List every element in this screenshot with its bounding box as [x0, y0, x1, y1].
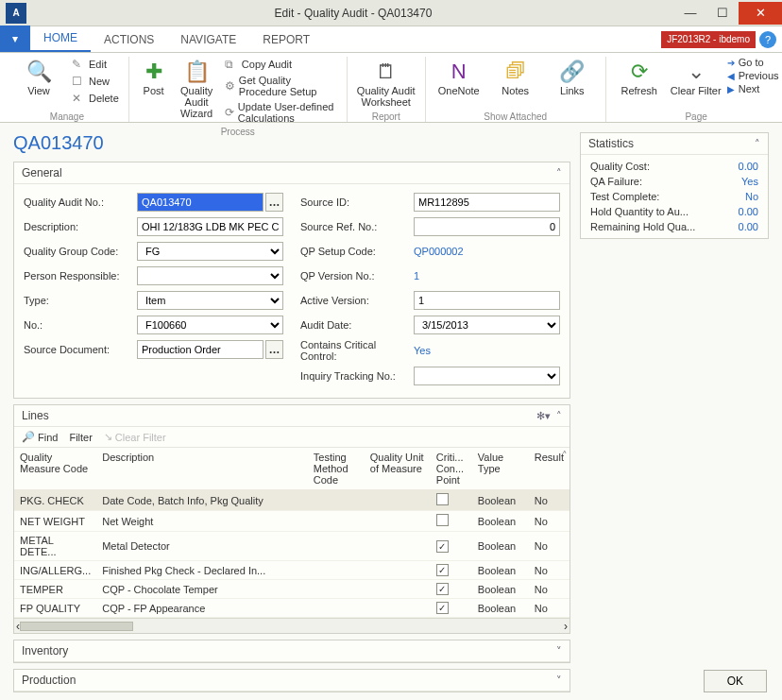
ribbon-group-report: 🗒 Quality Audit Worksheet Report	[348, 57, 426, 122]
srcid-input[interactable]	[414, 193, 560, 212]
tab-navigate[interactable]: NAVIGATE	[167, 27, 249, 52]
table-row[interactable]: ING/ALLERG...Finished Pkg Check - Declar…	[14, 561, 570, 580]
tab-actions[interactable]: ACTIONS	[91, 27, 167, 52]
panel-inventory[interactable]: Inventory˅	[13, 640, 570, 663]
quality-audit-wizard-button[interactable]: 📋 Quality Audit Wizard	[176, 57, 216, 119]
post-button[interactable]: ✚ Post	[137, 57, 171, 96]
stat-value[interactable]: 0.00	[739, 221, 758, 232]
scroll-up-icon[interactable]: ˄	[562, 450, 568, 462]
minimize-button[interactable]: —	[674, 2, 706, 25]
qpsetup-link[interactable]: QP000002	[414, 246, 464, 257]
stat-value[interactable]: No	[745, 191, 758, 202]
scroll-thumb[interactable]	[20, 622, 133, 631]
desc-input[interactable]	[137, 217, 283, 236]
cell-qum	[365, 580, 431, 599]
stat-value[interactable]: Yes	[741, 176, 758, 187]
stat-value[interactable]: 0.00	[739, 206, 758, 217]
links-button[interactable]: 🔗Links	[547, 57, 598, 96]
new-button[interactable]: ☐New	[70, 74, 121, 89]
expand-production-button[interactable]: ˅	[556, 674, 562, 687]
expand-inventory-button[interactable]: ˅	[556, 645, 562, 657]
srcref-input[interactable]	[414, 217, 560, 236]
maximize-button[interactable]: ☐	[706, 2, 739, 25]
cell-ccp[interactable]: ✓	[431, 580, 472, 599]
table-row[interactable]: METAL DETE...Metal Detector✓BooleanNo	[14, 532, 570, 561]
update-calc-button[interactable]: ⟳Update User-defined Calculations	[223, 100, 339, 125]
table-row[interactable]: NET WEIGHTNet WeightBooleanNo	[14, 511, 570, 532]
file-menu[interactable]: ▾	[0, 26, 30, 52]
panel-lines: Lines ✻▾ ˄ 🔎Find Filter ↘Clear Filter ˄ …	[13, 404, 570, 634]
close-button[interactable]: ✕	[739, 2, 782, 25]
wizard-icon: 📋	[184, 59, 210, 85]
cell-ccp[interactable]: ✓	[431, 599, 472, 618]
inventory-header: Inventory	[22, 644, 551, 657]
next-button[interactable]: ▶Next	[727, 83, 779, 94]
edit-button[interactable]: ✎Edit	[70, 57, 121, 72]
find-label: Find	[38, 432, 58, 443]
col-vtype[interactable]: Value Type	[472, 448, 529, 490]
cell-ccp[interactable]: ✓	[431, 532, 472, 561]
cell-result: No	[529, 561, 570, 580]
col-desc[interactable]: Description	[96, 448, 308, 490]
checkbox[interactable]: ✓	[436, 602, 449, 614]
table-row[interactable]: PKG. CHECKDate Code, Batch Info, Pkg Qua…	[14, 490, 570, 511]
collapse-lines-button[interactable]: ˄	[556, 410, 562, 422]
copy-label: Copy Audit	[242, 59, 292, 70]
active-input[interactable]	[414, 291, 560, 310]
type-select[interactable]: Item	[137, 291, 283, 310]
col-qmc[interactable]: Quality Measure Code	[14, 448, 96, 490]
checkbox[interactable]	[436, 493, 449, 505]
previous-button[interactable]: ◀Previous	[727, 70, 779, 81]
adate-select[interactable]: 3/15/2013	[414, 316, 560, 334]
table-row[interactable]: TEMPERCQP - Chocolate Temper✓BooleanNo	[14, 580, 570, 599]
col-tmc[interactable]: Testing Method Code	[308, 448, 365, 490]
cell-ccp[interactable]	[431, 490, 472, 511]
cell-ccp[interactable]: ✓	[431, 561, 472, 580]
panel-production[interactable]: Production˅	[13, 669, 570, 692]
triangle-right-icon: ▶	[727, 84, 735, 94]
view-button[interactable]: 🔍 View	[13, 57, 64, 96]
table-row[interactable]: FP QUALITYCQP - FP Appearance✓BooleanNo	[14, 599, 570, 618]
qgc-select[interactable]: FG	[137, 242, 283, 261]
tab-home[interactable]: HOME	[30, 26, 91, 52]
checkbox[interactable]: ✓	[436, 540, 449, 553]
get-qp-button[interactable]: ⚙Get Quality Procedure Setup	[223, 74, 339, 98]
filter-button[interactable]: Filter	[69, 432, 92, 443]
notes-button[interactable]: 🗊Notes	[490, 57, 541, 96]
cell-ccp[interactable]	[431, 511, 472, 532]
ok-button[interactable]: OK	[704, 670, 767, 692]
qa-no-lookup[interactable]: …	[265, 193, 283, 212]
help-button[interactable]: ?	[759, 31, 776, 48]
lines-table[interactable]: Quality Measure Code Description Testing…	[14, 448, 570, 618]
checkbox[interactable]	[436, 514, 449, 526]
copy-audit-button[interactable]: ⧉Copy Audit	[223, 57, 339, 72]
no-select[interactable]: F100660	[137, 316, 283, 334]
find-button[interactable]: 🔎Find	[22, 431, 58, 443]
srcdoc-input[interactable]	[137, 340, 264, 359]
col-qum[interactable]: Quality Unit of Measure	[365, 448, 431, 490]
col-ccp[interactable]: Criti... Con... Point	[431, 448, 472, 490]
horizontal-scrollbar[interactable]: ‹ ›	[14, 618, 570, 633]
collapse-stats-button[interactable]: ˄	[755, 138, 760, 150]
quality-audit-worksheet-button[interactable]: 🗒 Quality Audit Worksheet	[355, 57, 417, 108]
clear-filter-button[interactable]: ⌄Clear Filter	[671, 57, 722, 96]
checkbox[interactable]: ✓	[436, 583, 449, 595]
scroll-right-icon[interactable]: ›	[564, 620, 568, 633]
clear-filter-button-lines[interactable]: ↘Clear Filter	[104, 431, 166, 443]
person-select[interactable]	[137, 266, 283, 285]
lines-actions-button[interactable]: ✻▾	[536, 410, 551, 422]
ccc-value[interactable]: Yes	[414, 345, 431, 356]
refresh-button[interactable]: ⟳Refresh	[614, 57, 665, 96]
post-label: Post	[144, 85, 164, 96]
onenote-button[interactable]: NOneNote	[434, 57, 484, 96]
collapse-general-button[interactable]: ˄	[556, 167, 562, 179]
tab-report[interactable]: REPORT	[249, 27, 323, 52]
qa-no-input[interactable]	[137, 193, 264, 212]
delete-button[interactable]: ✕Delete	[70, 91, 121, 106]
goto-button[interactable]: ➔Go to	[727, 57, 779, 68]
stat-value[interactable]: 0.00	[739, 161, 758, 172]
itrack-select[interactable]	[414, 367, 560, 385]
srcdoc-lookup[interactable]: …	[265, 340, 283, 359]
checkbox[interactable]: ✓	[436, 564, 449, 576]
qpver-link[interactable]: 1	[414, 270, 419, 282]
